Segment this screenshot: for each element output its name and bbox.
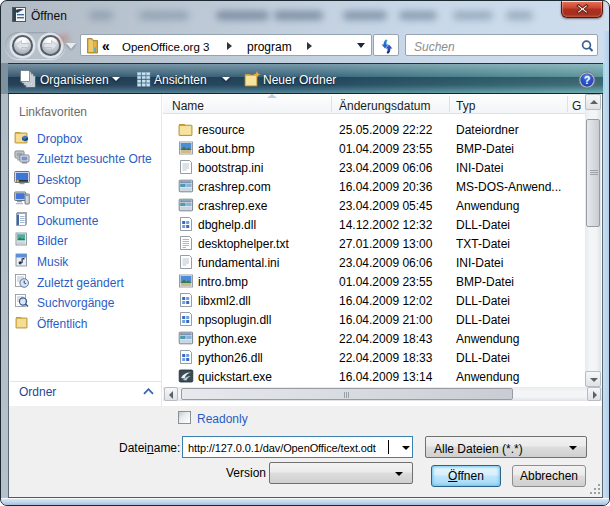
svg-text:?: ? [584,74,591,86]
